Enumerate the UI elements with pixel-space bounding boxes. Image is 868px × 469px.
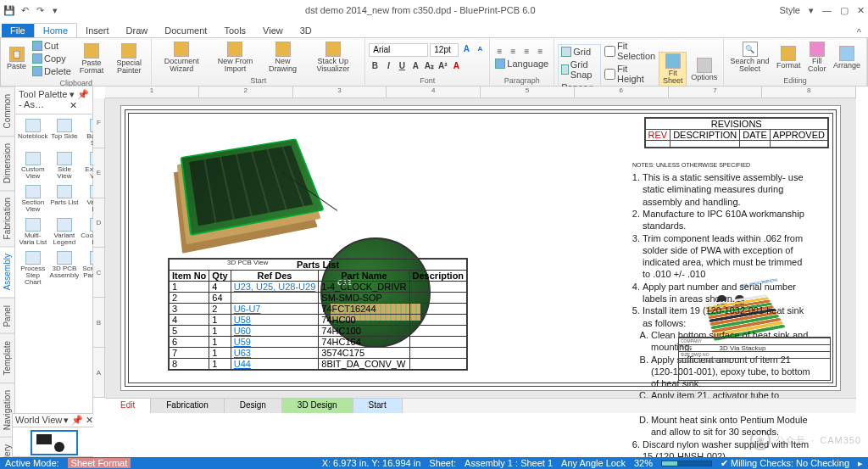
special-painter-button[interactable]: Special Painter: [110, 42, 147, 75]
tool-multi-varia-list[interactable]: Multi-Varia List: [18, 216, 48, 248]
tool-custom-view[interactable]: Custom View: [18, 150, 48, 181]
fit-selection-button[interactable]: Fit Selection: [603, 40, 657, 62]
subscript-button[interactable]: A₂: [423, 60, 435, 72]
watermark: ❀ 公众号·CAM350: [750, 430, 861, 450]
status-sheet-value[interactable]: Assembly 1 : Sheet 1: [465, 458, 553, 468]
font-color-button[interactable]: A: [450, 60, 462, 72]
title-block: COMPANYTITLESIZE DWG NOSCALE 1:1 SHEET 1…: [678, 337, 831, 381]
sheet-tab-design[interactable]: Design: [225, 399, 282, 413]
paste-format-button[interactable]: Paste Format: [75, 42, 108, 75]
shrink-font-icon[interactable]: A: [474, 43, 486, 55]
sidetab-panel[interactable]: Panel: [0, 298, 14, 334]
worldview-title: World View: [15, 415, 62, 426]
align-justify-icon[interactable]: ≡: [534, 45, 546, 57]
delete-button[interactable]: Delete: [31, 65, 73, 77]
qat-more-icon[interactable]: ▾: [49, 4, 61, 16]
tab-insert[interactable]: Insert: [77, 24, 118, 37]
tool-process-step-chart[interactable]: Process Step Chart: [18, 249, 48, 288]
status-angle-lock[interactable]: Any Angle Lock: [561, 458, 626, 468]
sidetab-fabrication[interactable]: Fabrication: [0, 190, 14, 246]
ruler-v-mark: C: [93, 248, 104, 298]
align-center-icon[interactable]: ≡: [507, 45, 519, 57]
font-size-combo[interactable]: 12pt: [430, 43, 459, 57]
sheet-tab-3d-design[interactable]: 3D Design: [282, 399, 353, 413]
sidetab-common[interactable]: Common: [0, 87, 14, 136]
grid-snap-toggle[interactable]: Grid Snap: [559, 59, 599, 81]
underline-button[interactable]: U: [396, 60, 408, 72]
search-select-button[interactable]: 🔍Search and Select: [727, 41, 772, 74]
maximize-button[interactable]: ▢: [840, 5, 849, 16]
options-button[interactable]: Options: [688, 57, 720, 82]
close-button[interactable]: ✕: [857, 5, 865, 16]
tool-parts-list[interactable]: Parts List: [50, 183, 80, 215]
tab-draw[interactable]: Draw: [118, 24, 157, 37]
tab-view[interactable]: View: [254, 24, 292, 37]
tool-section-view[interactable]: Section View: [18, 183, 48, 215]
parts-list-table: Parts ListItem NoQtyRef DesPart NameDesc…: [168, 258, 468, 371]
sidetab-assembly[interactable]: Assembly: [0, 246, 14, 297]
palette-pin-icon[interactable]: ▾ 📌 ✕: [70, 89, 89, 111]
status-zoom-slider[interactable]: [661, 461, 712, 466]
chevron-down-icon: ▾: [809, 5, 814, 16]
tab-home[interactable]: Home: [34, 23, 77, 37]
fit-sheet-button[interactable]: Fit Sheet: [659, 52, 687, 87]
sheet-tab-edit[interactable]: Edit: [105, 399, 151, 413]
tool-top-side[interactable]: Top Side: [50, 117, 80, 148]
ruler-v-mark: E: [93, 148, 104, 198]
tab-3d[interactable]: 3D: [292, 24, 320, 37]
fit-selection-check[interactable]: [604, 46, 615, 57]
stackup-visualizer-button[interactable]: Stack Up Visualizer: [304, 41, 361, 74]
status-zoom[interactable]: 32%: [634, 458, 653, 468]
grid-toggle[interactable]: Grid: [559, 46, 599, 58]
tab-document[interactable]: Document: [156, 24, 215, 37]
paste-button[interactable]: 📋Paste: [4, 46, 29, 71]
format-button[interactable]: Format: [774, 45, 804, 70]
tool-variant-legend[interactable]: Variant Legend: [50, 216, 80, 248]
tool-3d-pcb-assembly[interactable]: 3D PCB Assembly: [50, 249, 80, 288]
copy-button[interactable]: Copy: [31, 53, 73, 64]
font-family-combo[interactable]: Arial: [369, 43, 428, 57]
window-title: dst demo 2014_new from c350.dpd - BluePr…: [61, 5, 780, 15]
sheet-tab-start[interactable]: Start: [353, 399, 403, 413]
ruler-v-mark: A: [93, 348, 104, 398]
cut-button[interactable]: Cut: [31, 40, 73, 52]
ruler-h-mark: 3: [293, 87, 387, 98]
tool-noteblock[interactable]: Noteblock: [18, 117, 48, 148]
tab-tools[interactable]: Tools: [215, 24, 254, 37]
ruler-v-mark: F: [93, 98, 104, 148]
superscript-button[interactable]: A²: [437, 60, 448, 72]
revisions-block: REVISIONS REVDESCRIPTIONDATEAPPROVED: [644, 117, 829, 148]
qat-undo-icon[interactable]: ↶: [19, 4, 31, 16]
ribbon-collapse-icon[interactable]: ^: [857, 27, 861, 37]
worldview-close-icon[interactable]: ▾ 📌 ✕: [64, 415, 93, 426]
qat-redo-icon[interactable]: ↷: [34, 4, 46, 16]
align-right-icon[interactable]: ≡: [520, 45, 532, 57]
palette-title: Tool Palette - As…: [19, 89, 70, 111]
new-drawing-button[interactable]: New Drawing: [263, 41, 303, 74]
italic-button[interactable]: I: [382, 60, 394, 72]
sidetab-template[interactable]: Template: [0, 333, 14, 382]
fit-height-button[interactable]: Fit Height: [603, 63, 657, 85]
language-button[interactable]: Language: [493, 58, 550, 70]
status-overflow-icon[interactable]: ▸: [858, 458, 863, 469]
style-dropdown[interactable]: Style: [780, 5, 800, 16]
align-left-icon[interactable]: ≡: [493, 45, 505, 57]
fill-color-button[interactable]: Fill Color: [804, 41, 829, 74]
minimize-button[interactable]: —: [822, 5, 832, 16]
group-paragraph-label: Paragraph: [490, 76, 554, 86]
bold-button[interactable]: B: [369, 60, 381, 72]
arrange-button[interactable]: Arrange: [831, 45, 863, 70]
status-milling[interactable]: ✔ Milling Checks: No Checking: [721, 458, 849, 469]
grow-font-icon[interactable]: A: [460, 43, 472, 55]
tool-side-view[interactable]: Side View: [50, 150, 80, 181]
sidetab-dimension[interactable]: Dimension: [0, 136, 14, 190]
new-from-import-button[interactable]: New From Import: [209, 41, 260, 74]
sheet-tab-fabrication[interactable]: Fabrication: [151, 399, 224, 413]
strike-button[interactable]: A: [409, 60, 421, 72]
fit-height-check[interactable]: [604, 69, 615, 80]
status-mode-label: Active Mode:: [5, 458, 59, 468]
worldview-minimap[interactable]: [31, 430, 78, 455]
doc-wizard-button[interactable]: Document Wizard: [155, 41, 208, 74]
qat-save-icon[interactable]: 💾: [3, 4, 15, 16]
tab-file[interactable]: File: [2, 24, 34, 37]
